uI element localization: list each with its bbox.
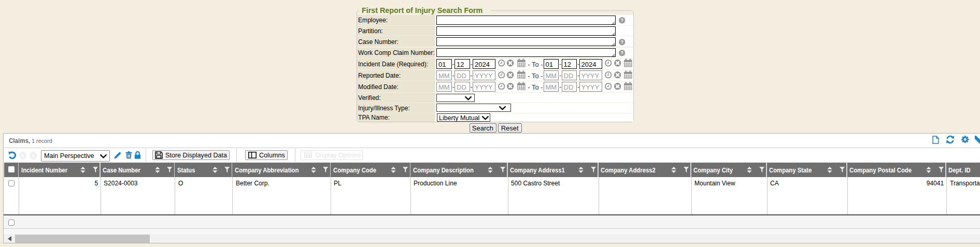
svg-text:?: ? [620,50,623,55]
svg-text:?: ? [620,18,623,23]
svg-text:?: ? [620,39,623,45]
